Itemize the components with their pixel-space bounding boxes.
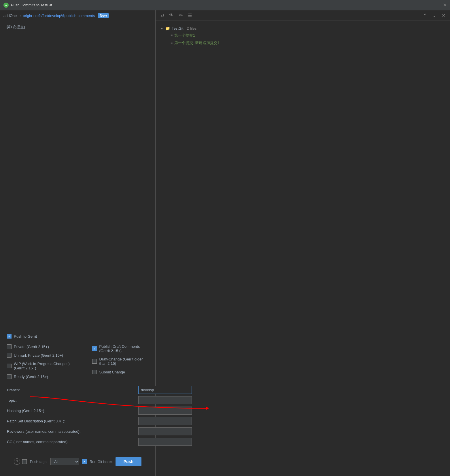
list-icon[interactable]: ☰ bbox=[187, 12, 193, 18]
draft-change-label: Draft-Change (Gerrit older than 2.15) bbox=[99, 357, 148, 366]
right-toolbar: ⇄ 👁 ✏ ☰ ⌃ ⌄ ✕ bbox=[156, 10, 450, 20]
bottom-bar: ? Push tags: All Run Git hooks Push bbox=[7, 453, 148, 470]
patchset-label: Patch Set Description (Gerrit 3.4+): bbox=[7, 419, 134, 423]
file-tree-root: ▼ 📁 TestGit 2 files bbox=[160, 25, 445, 32]
dialog-title: Push Commits to TestGit bbox=[11, 3, 52, 7]
reviewers-input[interactable] bbox=[138, 427, 192, 435]
breadcrumb-sep1: → bbox=[18, 14, 22, 18]
private-label: Private (Gerrit 2.15+) bbox=[14, 345, 49, 349]
checkbox-row-unmark-private: Unmark Private (Gerrit 2.15+) bbox=[7, 353, 75, 358]
file-name-2: 第一个提交_新建追加提交1 bbox=[174, 40, 220, 46]
cc-label: CC (user names, comma separated): bbox=[7, 440, 134, 444]
ready-label: Ready (Gerrit 2.15+) bbox=[14, 375, 48, 379]
file-count: 2 files bbox=[187, 26, 196, 31]
draft-change-checkbox[interactable] bbox=[92, 359, 97, 364]
android-icon: ▲ bbox=[3, 3, 9, 8]
push-tags-label: Push tags: bbox=[30, 460, 47, 464]
file-tree-item-2[interactable]: ≡ 第一个提交_新建追加提交1 bbox=[160, 39, 445, 47]
checkbox-row-ready: Ready (Gerrit 2.15+) bbox=[7, 374, 75, 379]
right-toolbar-icons: ⌃ ⌄ ✕ bbox=[422, 12, 447, 18]
cc-row: CC (user names, comma separated): bbox=[7, 438, 148, 446]
hashtag-input[interactable] bbox=[138, 407, 192, 415]
commit-list: [第1次提交] bbox=[0, 21, 155, 328]
breadcrumb: addOne → origin : refs/for/develop%publi… bbox=[0, 10, 155, 21]
swap-icon[interactable]: ⇄ bbox=[159, 12, 165, 18]
checkbox-row-wip: WIP (Work-In-Progress Changes) (Gerrit 2… bbox=[7, 362, 75, 370]
topic-input[interactable] bbox=[138, 396, 192, 404]
push-tags-dropdown[interactable]: All bbox=[50, 458, 79, 465]
right-panel: ⇄ 👁 ✏ ☰ ⌃ ⌄ ✕ ▼ 📁 TestGit 2 files ≡ bbox=[156, 10, 450, 476]
left-panel: addOne → origin : refs/for/develop%publi… bbox=[0, 10, 156, 476]
topic-row: Topic: bbox=[7, 396, 148, 404]
gerrit-section: Push to Gerrit Private (Gerrit 2.15+) Un… bbox=[0, 328, 155, 476]
repo-name: TestGit bbox=[172, 26, 183, 31]
left-toolbar-icons: ⇄ 👁 ✏ ☰ bbox=[159, 12, 193, 18]
file-name-1: 第一个提交1 bbox=[174, 33, 195, 38]
breadcrumb-part1: addOne bbox=[3, 14, 17, 18]
push-to-gerrit-checkbox[interactable] bbox=[7, 334, 12, 339]
eye-icon[interactable]: 👁 bbox=[168, 12, 175, 18]
tree-expand-arrow[interactable]: ▼ bbox=[160, 27, 164, 31]
wip-label: WIP (Work-In-Progress Changes) (Gerrit 2… bbox=[14, 362, 75, 370]
hashtag-label: Hashtag (Gerrit 2.15+): bbox=[7, 409, 134, 413]
pen-icon[interactable]: ✏ bbox=[177, 12, 184, 18]
file-icon-2: ≡ bbox=[171, 41, 173, 45]
ready-checkbox[interactable] bbox=[7, 374, 12, 379]
title-bar: ▲ Push Commits to TestGit ✕ bbox=[0, 0, 450, 10]
submit-change-checkbox[interactable] bbox=[92, 370, 97, 374]
unmark-private-checkbox[interactable] bbox=[7, 353, 12, 358]
checkbox-row-submit-change: Submit Change bbox=[92, 370, 148, 374]
reviewers-label: Reviewers (user names, comma separated): bbox=[7, 429, 134, 434]
title-bar-left: ▲ Push Commits to TestGit bbox=[3, 3, 52, 8]
commit-item: [第1次提交] bbox=[6, 23, 150, 31]
main-layout: addOne → origin : refs/for/develop%publi… bbox=[0, 10, 450, 476]
push-to-gerrit-label: Push to Gerrit bbox=[14, 334, 37, 339]
form-section: Branch: Topic: Hashtag (Gerrit 2.15+): bbox=[7, 386, 148, 448]
patchset-input[interactable] bbox=[138, 417, 192, 425]
push-tags-section: Push tags: All Run Git hooks bbox=[22, 458, 113, 465]
patchset-row: Patch Set Description (Gerrit 3.4+): bbox=[7, 417, 148, 425]
publish-draft-checkbox[interactable] bbox=[92, 346, 97, 351]
chevron-down-icon[interactable]: ⌄ bbox=[431, 12, 437, 18]
publish-draft-label: Publish Draft Comments (Gerrit 2.15+) bbox=[99, 344, 148, 353]
breadcrumb-ref-link[interactable]: refs/for/develop%publish-comments bbox=[35, 14, 95, 18]
help-button[interactable]: ? bbox=[14, 458, 20, 465]
right-content: ▼ 📁 TestGit 2 files ≡ 第一个提交1 ≡ 第一个提交_新建追… bbox=[156, 20, 450, 476]
checkbox-row-private: Private (Gerrit 2.15+) bbox=[7, 344, 75, 349]
push-button[interactable]: Push bbox=[116, 457, 141, 466]
run-git-hooks-checkbox[interactable] bbox=[82, 459, 87, 464]
branch-input[interactable] bbox=[138, 386, 192, 394]
wip-checkbox[interactable] bbox=[7, 364, 12, 368]
close-icon[interactable]: ✕ bbox=[443, 3, 447, 7]
new-badge: New bbox=[98, 13, 109, 18]
file-icon-1: ≡ bbox=[171, 33, 173, 37]
expand-icon[interactable]: ✕ bbox=[440, 12, 447, 18]
file-tree-item-1[interactable]: ≡ 第一个提交1 bbox=[160, 32, 445, 39]
breadcrumb-sep2: : bbox=[33, 14, 34, 18]
unmark-private-label: Unmark Private (Gerrit 2.15+) bbox=[14, 353, 63, 358]
reviewers-row: Reviewers (user names, comma separated): bbox=[7, 427, 148, 435]
checkbox-row-draft-change: Draft-Change (Gerrit older than 2.15) bbox=[92, 357, 148, 366]
checkbox-row-publish-draft: Publish Draft Comments (Gerrit 2.15+) bbox=[92, 344, 148, 353]
hashtag-row: Hashtag (Gerrit 2.15+): bbox=[7, 407, 148, 415]
cc-input[interactable] bbox=[138, 438, 192, 446]
push-to-gerrit-row: Push to Gerrit bbox=[7, 334, 148, 339]
topic-label: Topic: bbox=[7, 398, 134, 403]
submit-change-label: Submit Change bbox=[99, 370, 125, 374]
breadcrumb-origin-link[interactable]: origin bbox=[23, 14, 32, 18]
chevron-up-icon[interactable]: ⌃ bbox=[422, 12, 428, 18]
branch-label: Branch: bbox=[7, 388, 134, 392]
folder-icon: 📁 bbox=[165, 26, 170, 31]
run-git-hooks-label: Run Git hooks bbox=[90, 460, 113, 464]
branch-row: Branch: bbox=[7, 386, 148, 394]
push-tags-checkbox[interactable] bbox=[22, 459, 27, 464]
private-checkbox[interactable] bbox=[7, 344, 12, 349]
